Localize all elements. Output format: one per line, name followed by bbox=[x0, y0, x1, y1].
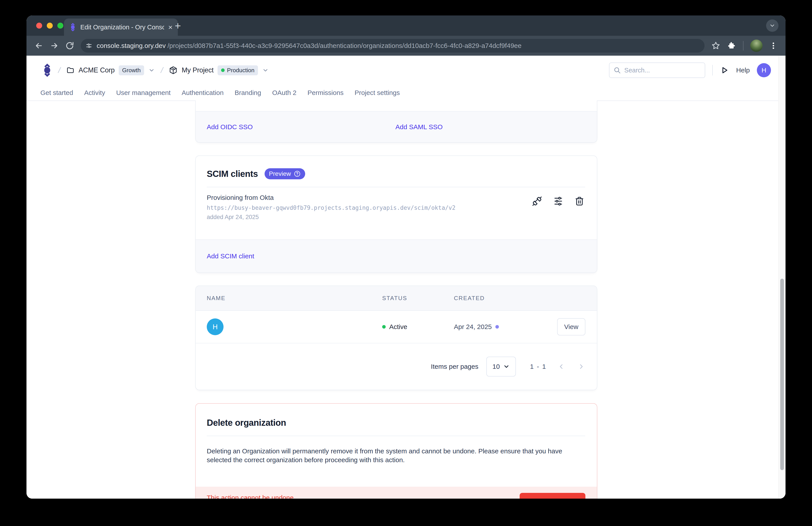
delete-organization-button[interactable]: Delete organization bbox=[520, 493, 585, 499]
items-per-page-value: 10 bbox=[493, 363, 500, 370]
created-dot bbox=[495, 325, 499, 329]
scim-card-footer: Add SCIM client bbox=[196, 239, 597, 272]
table-header: NAME STATUS CREATED bbox=[196, 286, 597, 311]
table-row: H Active Apr 24, 2025 View bbox=[196, 311, 597, 343]
url-path: /projects/d087b7a1-55f3-440c-a3c9-929564… bbox=[168, 42, 522, 49]
extensions-puzzle-icon[interactable] bbox=[727, 41, 736, 51]
test-connection-button[interactable] bbox=[532, 196, 542, 206]
folder-icon bbox=[66, 66, 75, 74]
delete-card-footer: This action cannot be undone. Delete org… bbox=[196, 487, 597, 499]
workspace-switcher[interactable]: ACME Corp Growth bbox=[66, 65, 155, 75]
nav-permissions[interactable]: Permissions bbox=[308, 89, 344, 97]
items-per-page-label: Items per pages bbox=[431, 363, 478, 370]
browser-tab[interactable]: Edit Organization - Ory Console × bbox=[64, 18, 178, 36]
maximize-window-button[interactable] bbox=[57, 23, 63, 29]
scim-client-actions bbox=[532, 196, 584, 206]
scim-client-name: Provisioning from Okta bbox=[207, 194, 586, 201]
help-link[interactable]: Help bbox=[736, 67, 750, 74]
project-nav: Get started Activity User management Aut… bbox=[27, 85, 785, 101]
row-status: Active bbox=[382, 323, 407, 330]
minimize-window-button[interactable] bbox=[47, 23, 53, 29]
active-status-dot bbox=[382, 325, 386, 329]
scim-card-header: SCIM clients Preview bbox=[196, 156, 597, 179]
toolbar-divider bbox=[743, 41, 744, 51]
configure-client-button[interactable] bbox=[553, 196, 563, 206]
preview-badge[interactable]: Preview bbox=[264, 168, 305, 179]
scim-client-added-date: added Apr 24, 2025 bbox=[207, 214, 586, 221]
delete-card-header: Delete organization bbox=[196, 404, 597, 428]
address-bar[interactable]: console.staging.ory.dev/projects/d087b7a… bbox=[81, 39, 705, 53]
items-per-page-select[interactable]: 10 bbox=[486, 357, 516, 376]
breadcrumb-separator: / bbox=[160, 66, 164, 75]
organization-table-card: NAME STATUS CREATED H Active Apr 24, 202… bbox=[195, 285, 597, 390]
column-created: CREATED bbox=[454, 295, 485, 302]
app-header: / ACME Corp Growth / My Project Producti… bbox=[27, 56, 785, 85]
row-created: Apr 24, 2025 bbox=[454, 323, 499, 330]
project-switcher[interactable]: My Project Production bbox=[169, 65, 269, 75]
nav-user-management[interactable]: User management bbox=[116, 89, 171, 97]
previous-page-icon[interactable] bbox=[557, 363, 565, 370]
search-icon bbox=[613, 67, 621, 74]
forward-button[interactable] bbox=[50, 41, 59, 50]
add-saml-sso-link[interactable]: Add SAML SSO bbox=[395, 123, 443, 131]
delete-client-button[interactable] bbox=[574, 196, 584, 206]
next-page-icon[interactable] bbox=[578, 363, 585, 370]
ory-logo[interactable] bbox=[42, 63, 53, 77]
view-button[interactable]: View bbox=[557, 318, 585, 336]
row-status-label: Active bbox=[389, 323, 407, 330]
column-name: NAME bbox=[207, 295, 226, 302]
nav-project-settings[interactable]: Project settings bbox=[354, 89, 400, 97]
trash-icon bbox=[575, 196, 584, 206]
search-input[interactable]: Search... bbox=[609, 62, 705, 78]
row-created-date: Apr 24, 2025 bbox=[454, 323, 492, 330]
window-controls bbox=[36, 23, 63, 29]
scrollbar-track[interactable] bbox=[778, 56, 785, 499]
tab-search-button[interactable] bbox=[766, 19, 779, 32]
plug-icon bbox=[532, 196, 542, 206]
header-divider bbox=[712, 65, 713, 75]
delete-card-description: Deleting an Organization will permanentl… bbox=[196, 436, 597, 465]
nav-activity[interactable]: Activity bbox=[84, 89, 105, 97]
add-scim-client-link[interactable]: Add SCIM client bbox=[207, 252, 254, 260]
delete-card-title: Delete organization bbox=[207, 418, 286, 427]
scim-card-title: SCIM clients bbox=[207, 169, 258, 179]
tab-close-icon[interactable]: × bbox=[168, 24, 173, 31]
workspace-plan-badge: Growth bbox=[119, 65, 144, 75]
scim-client-url: https://busy-beaver-gqwvd0fb79.projects.… bbox=[207, 204, 586, 211]
row-avatar: H bbox=[207, 318, 223, 335]
user-avatar[interactable]: H bbox=[757, 63, 771, 77]
browser-profile-avatar[interactable] bbox=[750, 40, 763, 52]
url-domain: console.staging.ory.dev bbox=[97, 42, 166, 49]
browser-window: Edit Organization - Ory Console × + cons… bbox=[27, 15, 785, 499]
browser-menu-kebab-icon[interactable] bbox=[769, 42, 778, 50]
reload-button[interactable] bbox=[65, 41, 74, 50]
bookmark-star-icon[interactable] bbox=[711, 41, 721, 51]
nav-oauth2[interactable]: OAuth 2 bbox=[272, 89, 296, 97]
delete-organization-card: Delete organization Deleting an Organiza… bbox=[195, 403, 597, 499]
pagination-range: 1 - 1 bbox=[530, 363, 547, 370]
browser-toolbar: console.staging.ory.dev/projects/d087b7a… bbox=[27, 36, 785, 56]
browser-tab-strip: Edit Organization - Ory Console × + bbox=[27, 15, 785, 36]
package-icon bbox=[169, 66, 178, 75]
search-placeholder: Search... bbox=[624, 67, 650, 74]
header-right: Search... Help H bbox=[609, 62, 771, 78]
nav-authentication[interactable]: Authentication bbox=[182, 89, 223, 97]
chevron-down-icon bbox=[148, 67, 155, 74]
scrollbar-thumb[interactable] bbox=[780, 279, 784, 470]
scim-clients-card: SCIM clients Preview Provisioning from O… bbox=[195, 155, 597, 273]
ory-favicon bbox=[69, 23, 76, 31]
close-window-button[interactable] bbox=[36, 23, 42, 29]
ory-console-page: / ACME Corp Growth / My Project Producti… bbox=[27, 56, 785, 499]
production-status-dot bbox=[221, 69, 224, 72]
run-playground-button[interactable] bbox=[720, 66, 729, 75]
project-env-badge: Production bbox=[218, 65, 258, 75]
breadcrumb-separator: / bbox=[57, 66, 61, 75]
new-tab-button[interactable]: + bbox=[175, 20, 181, 32]
tab-title: Edit Organization - Ory Console bbox=[80, 24, 164, 31]
chevron-down-icon bbox=[503, 363, 510, 370]
nav-get-started[interactable]: Get started bbox=[40, 89, 73, 97]
add-oidc-sso-link[interactable]: Add OIDC SSO bbox=[207, 123, 253, 131]
back-button[interactable] bbox=[34, 41, 43, 50]
nav-branding[interactable]: Branding bbox=[234, 89, 261, 97]
site-settings-icon[interactable] bbox=[83, 40, 95, 52]
